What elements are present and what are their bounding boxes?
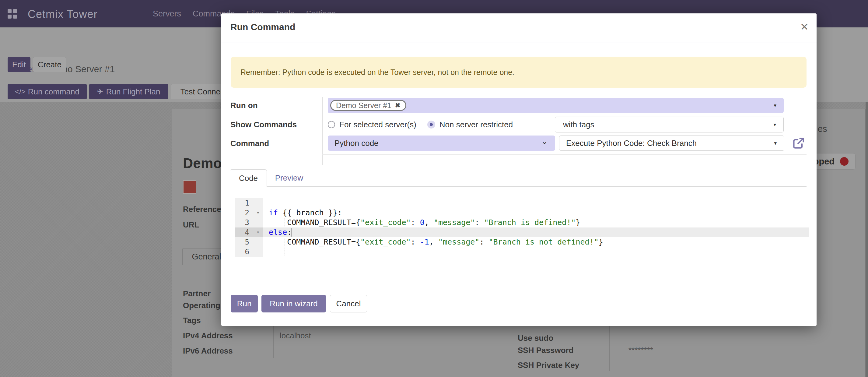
indent-guide [303, 248, 303, 256]
tab-preview[interactable]: Preview [267, 169, 311, 187]
field-label-use-sudo: Use sudo [518, 334, 553, 343]
fold-arrow-icon[interactable]: ▾ [257, 208, 259, 218]
code-token: } [599, 237, 603, 246]
code-token: if [269, 208, 278, 217]
group-divider [322, 154, 807, 155]
code-token: COMMAND_RESULT={ [269, 218, 360, 227]
remove-tag-icon[interactable]: ✖ [395, 102, 401, 109]
radio-label[interactable]: Non server restricted [439, 120, 513, 129]
radio-selected-icon[interactable] [427, 121, 435, 128]
radio-label[interactable]: For selected server(s) [339, 120, 416, 129]
code-token: : [475, 218, 484, 227]
apps-grid-icon[interactable] [8, 9, 17, 19]
text-cursor [291, 228, 292, 237]
field-label-partner: Partner [183, 289, 211, 298]
code-token: : [287, 228, 291, 237]
code-token: {{ branch }}: [278, 208, 342, 217]
gutter-line-2: 2▾ [235, 208, 262, 218]
warning-alert: Remember: Python code is executed on the… [231, 57, 807, 88]
external-link-icon[interactable] [792, 137, 805, 150]
show-commands-label: Show Commands [230, 120, 297, 129]
code-line-5[interactable]: COMMAND_RESULT={"exit_code": -1, "messag… [262, 237, 809, 247]
command-label: Command [230, 139, 269, 148]
section-title-fragment: es [818, 124, 827, 134]
editor-code-area[interactable]: if {{ branch }}: COMMAND_RESULT={"exit_c… [262, 198, 809, 257]
code-line-3[interactable]: COMMAND_RESULT={"exit_code": 0, "message… [262, 218, 809, 228]
radio-option-0: For selected server(s) [328, 120, 416, 129]
close-icon[interactable]: ✕ [798, 21, 810, 33]
run-command-button[interactable]: </> Run command [8, 84, 87, 99]
code-token: COMMAND_RESULT={ [269, 237, 360, 246]
code-line-6[interactable] [262, 247, 809, 257]
header-divider [221, 42, 816, 43]
with-tags-select[interactable]: with tags ▾ [555, 117, 784, 133]
server-tag-label: Demo Server #1 [336, 101, 392, 110]
grid-square [8, 14, 11, 19]
radio-dot [430, 123, 433, 126]
run-command-dialog: Run Command ✕ Remember: Python code is e… [221, 13, 816, 326]
run-button[interactable]: Run [231, 295, 258, 313]
command-type-select[interactable]: Python code ⌄ [328, 136, 555, 151]
gutter-line-5: 5 [235, 237, 262, 247]
grid-square [13, 14, 17, 19]
radio-option-1: Non server restricted [427, 120, 513, 129]
tab-code[interactable]: Code [230, 169, 267, 187]
code-token: "Branch is not defined!" [489, 237, 599, 246]
code-token: "message" [438, 237, 479, 246]
grid-square [13, 9, 17, 13]
code-token: -1 [420, 237, 429, 246]
code-token: : [479, 237, 489, 246]
run-on-label: Run on [230, 101, 258, 110]
with-tags-value: with tags [563, 120, 594, 129]
cancel-button[interactable]: Cancel [330, 295, 367, 313]
code-token: "Branch is defined!" [484, 218, 576, 227]
field-label-ssh-private-key: SSH Private Key [518, 360, 579, 370]
code-line-4[interactable]: else: [262, 228, 809, 237]
code-line-2[interactable]: if {{ branch }}: [262, 208, 809, 218]
code-token: , [429, 237, 438, 246]
code-token: , [425, 218, 434, 227]
caret-down-icon: ▾ [773, 121, 776, 128]
field-label-ipv4: IPv4 Address [183, 331, 233, 341]
fold-arrow-icon[interactable]: ▾ [257, 228, 259, 237]
status-dot [840, 157, 848, 166]
server-tag-pill: Demo Server #1 ✖ [330, 100, 406, 111]
create-button[interactable]: Create [33, 57, 66, 72]
code-line-1[interactable] [262, 198, 809, 208]
radio-unselected-icon[interactable] [328, 121, 335, 128]
nav-item-servers[interactable]: Servers [153, 9, 181, 19]
field-value-ipv4: localhost [280, 331, 311, 341]
code-token: "message" [434, 218, 475, 227]
chevron-down-icon: ▾ [774, 102, 776, 109]
run-flight-plan-button[interactable]: ✈ Run Flight Plan [89, 84, 168, 99]
server-color-swatch[interactable] [183, 180, 196, 194]
editor-gutter: 12▾34▾56 [235, 198, 262, 257]
warning-alert-text: Remember: Python code is executed on the… [241, 68, 514, 77]
code-token: 0 [420, 218, 425, 227]
tabbar-divider [267, 186, 807, 187]
edit-button[interactable]: Edit [8, 57, 30, 72]
field-label-tags: Tags [183, 316, 201, 325]
field-label-reference: Reference [183, 205, 221, 214]
code-token: } [576, 218, 580, 227]
run-flight-plan-label: Run Flight Plan [106, 87, 160, 96]
code-token: : [411, 218, 420, 227]
run-on-select[interactable]: Demo Server #1 ✖ ▾ [328, 98, 784, 113]
run-in-wizard-button[interactable]: Run in wizard [261, 295, 326, 313]
field-label-ipv6: IPv6 Address [183, 346, 233, 356]
plane-icon: ✈ [97, 87, 103, 96]
code-token: "exit_code" [360, 237, 411, 246]
code-token: : [411, 237, 420, 246]
gutter-line-4: 4▾ [235, 228, 262, 237]
chevron-down-icon: ⌄ [541, 137, 548, 146]
gutter-line-1: 1 [235, 198, 262, 208]
grid-square [8, 9, 11, 13]
footer-divider [221, 284, 816, 284]
code-editor[interactable]: 12▾34▾56 if {{ branch }}: COMMAND_RESULT… [235, 198, 809, 257]
code-token: "exit_code" [360, 218, 411, 227]
command-reference-value: Execute Python Code: Check Branch [566, 139, 696, 148]
command-reference-select[interactable]: Execute Python Code: Check Branch ▾ [559, 136, 784, 151]
dialog-title: Run Command [230, 22, 295, 32]
app-brand[interactable]: Cetmix Tower [28, 8, 97, 21]
scrollbar-track[interactable] [866, 102, 868, 377]
